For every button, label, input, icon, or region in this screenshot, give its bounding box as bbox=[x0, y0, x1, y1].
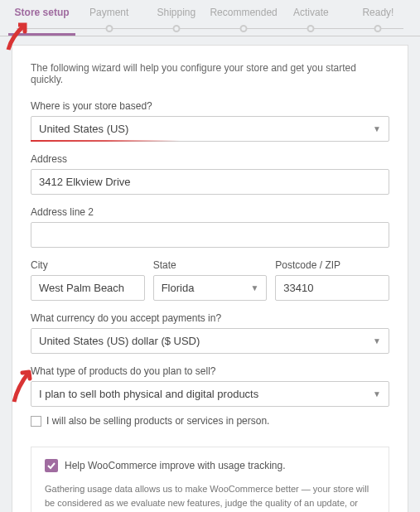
currency-select[interactable]: United States (US) dollar ($ USD) ▼ bbox=[31, 328, 389, 354]
step-payment[interactable]: Payment bbox=[75, 0, 142, 36]
postcode-input[interactable] bbox=[275, 275, 389, 301]
step-dot-icon bbox=[374, 25, 382, 32]
step-shipping[interactable]: Shipping bbox=[142, 0, 210, 36]
product-type-select-value: I plan to sell both physical and digital… bbox=[39, 388, 258, 400]
state-select[interactable]: Florida ▼ bbox=[153, 275, 268, 301]
step-label: Payment bbox=[89, 7, 128, 18]
label-postcode: Postcode / ZIP bbox=[275, 259, 389, 271]
country-select-value: United States (US) bbox=[39, 123, 128, 135]
label-currency: What currency do you accept payments in? bbox=[31, 312, 389, 324]
step-label: Shipping bbox=[157, 7, 196, 18]
step-activate[interactable]: Activate bbox=[278, 0, 345, 36]
setup-card: The following wizard will help you confi… bbox=[12, 45, 408, 512]
inperson-checkbox[interactable] bbox=[31, 416, 41, 427]
step-label: Store setup bbox=[15, 7, 70, 18]
label-city: City bbox=[31, 259, 145, 271]
annotation-underline bbox=[31, 140, 180, 142]
step-label: Ready! bbox=[362, 7, 393, 18]
tracking-head-label: Help WooCommerce improve with usage trac… bbox=[65, 460, 286, 471]
wizard-steps: Store setup Payment Shipping Recommended… bbox=[0, 0, 420, 36]
label-country: Where is your store based? bbox=[31, 100, 389, 112]
step-dot-icon bbox=[105, 25, 113, 32]
step-label: Recommended bbox=[210, 7, 277, 18]
chevron-down-icon: ▼ bbox=[373, 389, 381, 398]
label-state: State bbox=[153, 259, 268, 271]
city-input[interactable] bbox=[31, 275, 145, 301]
address-input[interactable] bbox=[31, 169, 389, 195]
address2-input[interactable] bbox=[31, 222, 389, 248]
chevron-down-icon: ▼ bbox=[373, 336, 381, 345]
inperson-label: I will also be selling products or servi… bbox=[46, 415, 269, 427]
step-store-setup[interactable]: Store setup bbox=[8, 0, 75, 36]
chevron-down-icon: ▼ bbox=[373, 124, 381, 133]
intro-text: The following wizard will help you confi… bbox=[31, 62, 389, 85]
product-type-select[interactable]: I plan to sell both physical and digital… bbox=[31, 381, 389, 407]
tracking-body-text: Gathering usage data allows us to make W… bbox=[45, 484, 369, 512]
step-dot-icon bbox=[172, 25, 180, 32]
label-product-type: What type of products do you plan to sel… bbox=[31, 365, 389, 377]
tracking-body: Gathering usage data allows us to make W… bbox=[45, 482, 375, 512]
tracking-checkbox[interactable] bbox=[45, 459, 58, 472]
state-select-value: Florida bbox=[162, 282, 195, 294]
label-address2: Address line 2 bbox=[31, 206, 389, 218]
step-label: Activate bbox=[293, 7, 329, 18]
country-select[interactable]: United States (US) ▼ bbox=[31, 116, 389, 142]
step-recommended[interactable]: Recommended bbox=[210, 0, 277, 36]
tracking-box: Help WooCommerce improve with usage trac… bbox=[31, 447, 389, 512]
step-dot-icon bbox=[240, 25, 248, 32]
check-icon bbox=[47, 461, 56, 470]
step-dot-icon bbox=[307, 25, 315, 32]
step-ready[interactable]: Ready! bbox=[345, 0, 412, 36]
currency-select-value: United States (US) dollar ($ USD) bbox=[39, 335, 200, 347]
label-address: Address bbox=[31, 153, 389, 165]
chevron-down-icon: ▼ bbox=[250, 283, 258, 292]
